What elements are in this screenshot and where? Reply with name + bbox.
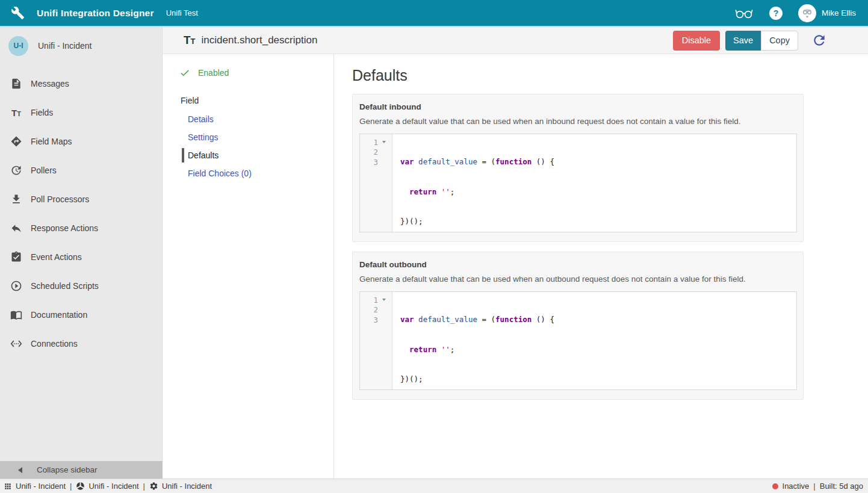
help-icon[interactable]: ? (769, 7, 783, 20)
sidebar-item-response-actions[interactable]: Response Actions (0, 214, 162, 243)
record-title: incident.short_description (202, 34, 318, 46)
wheel-icon (76, 482, 85, 491)
line-number: 2 (360, 147, 378, 157)
separator: | (813, 482, 815, 491)
inactive-status-dot (772, 483, 778, 489)
code-line: return ''; (400, 345, 796, 355)
app-title: Unifi Integration Designer (37, 8, 154, 19)
download-icon (10, 193, 22, 205)
line-number: 3 (360, 158, 378, 167)
top-app-bar: Unifi Integration Designer Unifi Test ? … (0, 0, 868, 27)
code-line: })(); (400, 217, 796, 227)
user-name: Mike Ellis (822, 8, 856, 17)
subnav-link-details[interactable]: Details (163, 110, 333, 128)
sidebar-item-poll-processors[interactable]: Poll Processors (0, 185, 162, 214)
subnav-link-field-choices[interactable]: Field Choices (0) (163, 164, 333, 182)
separator: | (70, 482, 72, 491)
default-inbound-card: Default inbound Generate a default value… (352, 94, 804, 242)
enabled-label: Enabled (198, 68, 229, 78)
card-description: Generate a default value that can be use… (359, 117, 797, 126)
record-header: TT incident.short_description Disable Sa… (163, 27, 868, 54)
text-field-type-icon: TT (184, 34, 196, 47)
statusbar-right: Inactive | Built: 5d ago (772, 482, 863, 491)
help-glyph: ? (773, 8, 779, 18)
statusbar-scope-link[interactable]: Unifi - Incident (76, 482, 138, 491)
user-avatar[interactable] (798, 4, 816, 22)
fold-arrow-icon[interactable] (378, 299, 390, 301)
line-number: 1 (360, 296, 378, 305)
book-icon (10, 309, 22, 321)
statusbar-scope-label: Unifi - Incident (88, 482, 138, 491)
sidebar-item-label: Messages (31, 79, 69, 88)
code-line: var default_value = (function () { (400, 315, 796, 325)
refresh-button[interactable] (811, 33, 827, 48)
topbar-right: ? Mike Ellis (734, 4, 856, 22)
person-face-icon (800, 6, 814, 20)
subnav-link-settings[interactable]: Settings (163, 128, 333, 146)
disable-button[interactable]: Disable (673, 31, 720, 51)
directions-icon (10, 135, 22, 147)
environment-label: Unifi Test (166, 8, 198, 17)
main-panel: Defaults Default inbound Generate a defa… (334, 54, 868, 479)
code-line: var default_value = (function () { (400, 157, 796, 167)
code-line: return ''; (400, 187, 796, 197)
outbound-code-editor[interactable]: 1 2 3 var default_value = (function () {… (359, 291, 797, 390)
save-button[interactable]: Save (725, 31, 761, 51)
app-avatar: U-I (8, 36, 28, 56)
save-copy-group: Save Copy (725, 31, 798, 51)
glasses-icon[interactable] (734, 7, 754, 20)
collapse-arrow-icon (18, 467, 22, 473)
statusbar-settings-link[interactable]: Unifi - Incident (149, 482, 212, 491)
line-number: 1 (360, 138, 378, 147)
sidebar-item-scheduled-scripts[interactable]: Scheduled Scripts (0, 271, 162, 300)
page-title: Defaults (352, 67, 868, 84)
sidebar-item-label: Connections (31, 339, 78, 349)
sidebar-app-row[interactable]: U-I Unifi - Incident (0, 27, 162, 64)
sidebar: U-I Unifi - Incident Messages TT Fields … (0, 27, 163, 461)
text-fields-icon: TT (10, 108, 22, 118)
card-title: Default inbound (359, 102, 797, 111)
enabled-status[interactable]: Enabled (179, 66, 333, 80)
status-bar: Unifi - Incident | Unifi - Incident | Un… (0, 479, 868, 493)
copy-button[interactable]: Copy (761, 31, 798, 51)
collapse-sidebar-button[interactable]: Collapse sidebar (0, 461, 163, 479)
sidebar-item-label: Pollers (31, 166, 57, 175)
code-area[interactable]: var default_value = (function () { retur… (392, 134, 796, 232)
card-title: Default outbound (359, 260, 797, 269)
active-indicator (182, 148, 184, 163)
editor-gutter: 1 2 3 (360, 292, 392, 389)
inbound-code-editor[interactable]: 1 2 3 var default_value = (function () {… (359, 134, 797, 232)
sidebar-item-pollers[interactable]: Pollers (0, 156, 162, 185)
card-description: Generate a default value that can be use… (359, 274, 797, 284)
fold-arrow-icon[interactable] (378, 141, 390, 143)
subnav-section-label: Field (181, 96, 333, 105)
check-icon (179, 67, 190, 78)
sidebar-item-messages[interactable]: Messages (0, 69, 162, 98)
line-number: 3 (360, 315, 378, 324)
subnav-link-label: Defaults (188, 150, 219, 160)
sidebar-item-fields[interactable]: TT Fields (0, 98, 162, 127)
statusbar-app-link[interactable]: Unifi - Incident (4, 482, 66, 491)
sidebar-item-label: Documentation (31, 310, 87, 320)
sidebar-item-field-maps[interactable]: Field Maps (0, 127, 162, 156)
statusbar-left: Unifi - Incident | Unifi - Incident | Un… (4, 482, 212, 491)
reply-arrow-icon (10, 222, 22, 234)
built-label: Built: 5d ago (820, 482, 863, 491)
menu-button[interactable] (843, 36, 857, 46)
refresh-icon (811, 33, 827, 48)
sidebar-menu: Messages TT Fields Field Maps Pollers Po… (0, 69, 162, 358)
app-avatar-initials: U-I (14, 42, 23, 50)
sidebar-item-documentation[interactable]: Documentation (0, 300, 162, 329)
sidebar-item-label: Field Maps (31, 137, 72, 146)
code-area[interactable]: var default_value = (function () { retur… (392, 292, 796, 389)
code-line: })(); (400, 374, 796, 385)
sidebar-item-event-actions[interactable]: Event Actions (0, 243, 162, 271)
status-label: Inactive (783, 482, 810, 491)
sidebar-item-label: Fields (31, 108, 53, 117)
code-brackets-icon (10, 338, 22, 350)
sidebar-item-label: Poll Processors (31, 194, 89, 204)
statusbar-app-label: Unifi - Incident (16, 482, 66, 491)
sidebar-item-connections[interactable]: Connections (0, 329, 162, 358)
subnav-link-defaults[interactable]: Defaults (163, 146, 333, 164)
history-clock-icon (10, 164, 22, 176)
